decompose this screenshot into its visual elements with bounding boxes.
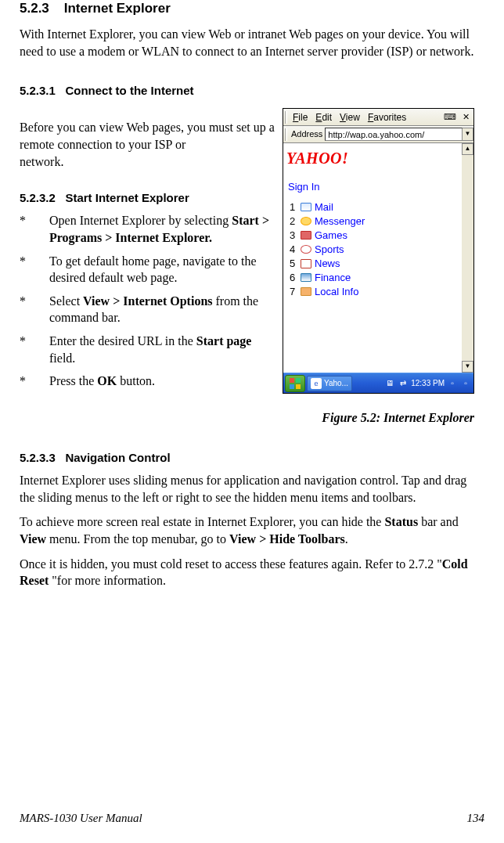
sub3-number: 5.2.3.3	[20, 451, 56, 464]
list-item: * Open Internet Explorer by selecting St…	[20, 212, 275, 246]
list-item[interactable]: 7Local Info	[290, 285, 459, 299]
signin-link[interactable]: Sign In	[288, 180, 459, 194]
ie-screenshot: File Edit View Favorites ⌨ ✕ Address htt…	[283, 108, 474, 394]
menu-edit[interactable]: Edit	[311, 111, 336, 124]
addrbar-grip[interactable]	[285, 128, 287, 141]
svg-rect-2	[290, 384, 294, 389]
svg-rect-3	[296, 384, 301, 389]
subsection-heading: 5.2.3.1 Connect to the Internet	[20, 83, 484, 99]
taskbar: e Yaho... 🖥 ⇄ 12:33 PM ▫ ▫	[283, 373, 473, 393]
menubar-grip[interactable]	[285, 111, 287, 124]
sub2-title: Start Internet Explorer	[65, 191, 189, 204]
address-label: Address	[289, 128, 325, 140]
url-input[interactable]: http://wap.oa.yahoo.com/	[325, 128, 463, 141]
list-item[interactable]: 4Sports	[290, 243, 459, 257]
tray-icon[interactable]: ▫	[447, 378, 458, 389]
yahoo-list: 1Mail 2Messenger 3Games 4Sports 5News 6F…	[290, 200, 459, 299]
games-icon	[301, 231, 311, 240]
list-item: * To get default home page, navigate to …	[20, 253, 275, 286]
connection-icon[interactable]: ⇄	[398, 378, 409, 389]
tray-icon[interactable]: ▫	[460, 378, 471, 389]
ie-icon: e	[311, 378, 322, 389]
section-title: Internet Explorer	[64, 1, 171, 16]
sub1-body2: network.	[20, 153, 275, 171]
sub3-p3: Once it is hidden, you must cold reset t…	[20, 556, 484, 589]
subsection-heading: 5.2.3.3 Navigation Control	[20, 450, 484, 466]
start-button[interactable]	[285, 375, 305, 392]
finance-icon	[301, 273, 311, 282]
list-item[interactable]: 2Messenger	[290, 214, 459, 229]
local-icon	[301, 287, 311, 296]
page-footer: MARS-1030 User Manual 134	[0, 810, 504, 826]
sub3-p2: To achieve more screen real estate in In…	[20, 513, 484, 547]
address-bar: Address http://wap.oa.yahoo.com/ ▼	[283, 126, 473, 143]
list-item: * Select View > Internet Options from th…	[20, 293, 275, 326]
news-icon	[301, 259, 311, 268]
instruction-list: * Open Internet Explorer by selecting St…	[20, 212, 275, 389]
section-heading: 5.2.3 Internet Explorer	[20, 0, 484, 18]
scroll-down-icon[interactable]: ▼	[462, 361, 473, 373]
keyboard-icon[interactable]: ⌨	[444, 111, 456, 124]
list-item[interactable]: 3Games	[290, 229, 459, 243]
list-item: * Enter the desired URL in the Start pag…	[20, 333, 275, 366]
footer-page: 134	[467, 810, 485, 826]
desktop-icon[interactable]: 🖥	[384, 378, 395, 389]
sub2-number: 5.2.3.2	[20, 191, 56, 204]
sub1-number: 5.2.3.1	[20, 84, 56, 97]
figure-caption: Figure 5.2: Internet Explorer	[283, 409, 474, 427]
windows-logo-icon	[289, 377, 301, 390]
svg-rect-0	[290, 378, 294, 383]
chevron-down-icon[interactable]: ▼	[463, 128, 473, 141]
menubar: File Edit View Favorites ⌨ ✕	[283, 109, 473, 126]
menu-favorites[interactable]: Favorites	[364, 111, 410, 124]
subsection-heading: 5.2.3.2 Start Internet Explorer	[20, 190, 275, 206]
vertical-scrollbar[interactable]: ▲ ▼	[462, 143, 473, 373]
sub1-title: Connect to the Internet	[65, 84, 193, 97]
browser-content: YAHOO! Sign In 1Mail 2Messenger 3Games 4…	[283, 143, 473, 373]
task-button[interactable]: e Yaho...	[307, 376, 352, 391]
menu-file[interactable]: File	[289, 111, 311, 124]
messenger-icon	[301, 217, 311, 225]
sports-icon	[301, 245, 311, 254]
sub3-title: Navigation Control	[65, 451, 170, 464]
scroll-up-icon[interactable]: ▲	[462, 143, 473, 155]
menu-view[interactable]: View	[336, 111, 364, 124]
system-tray: 🖥 ⇄ 12:33 PM ▫ ▫	[352, 378, 473, 389]
sub1-body: Before you can view Web pages, you must …	[20, 119, 275, 153]
mail-icon	[301, 203, 311, 211]
section-intro: With Internet Explorer, you can view Web…	[20, 26, 484, 59]
footer-title: MARS-1030 User Manual	[20, 810, 142, 826]
list-item[interactable]: 5News	[290, 257, 459, 271]
sub3-p1: Internet Explorer uses sliding menus for…	[20, 472, 484, 506]
yahoo-logo: YAHOO!	[286, 148, 459, 169]
list-item[interactable]: 6Finance	[290, 271, 459, 285]
taskbar-time: 12:33 PM	[411, 378, 445, 389]
list-item[interactable]: 1Mail	[290, 200, 459, 214]
svg-rect-1	[296, 378, 301, 383]
list-item: * Press the OK button.	[20, 373, 275, 390]
task-label: Yaho...	[324, 378, 348, 389]
close-icon[interactable]: ✕	[459, 111, 472, 124]
section-number: 5.2.3	[20, 1, 49, 16]
